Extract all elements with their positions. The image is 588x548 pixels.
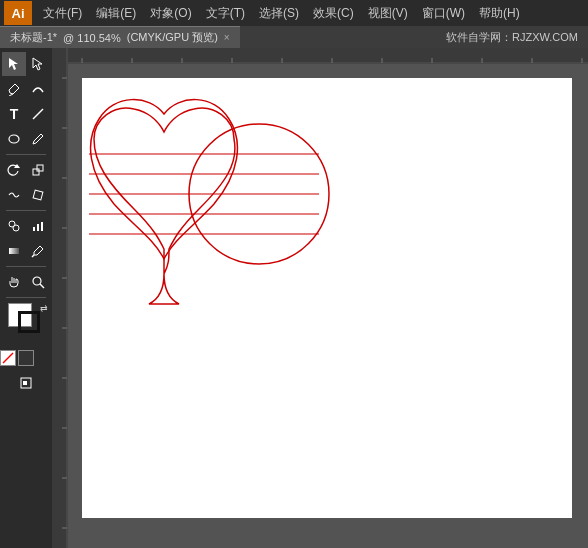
left-toolbar: T <box>0 48 52 548</box>
gradient-tool[interactable] <box>2 239 26 263</box>
select-tool[interactable] <box>2 52 26 76</box>
divider-1 <box>6 154 46 155</box>
tab-zoom: @ 110.54% <box>63 32 121 44</box>
direct-select-tool[interactable] <box>26 52 50 76</box>
svg-rect-6 <box>33 169 39 175</box>
tool-row-1 <box>2 52 50 76</box>
eyedropper-tool[interactable] <box>26 239 50 263</box>
svg-rect-11 <box>33 227 35 231</box>
tool-row-4 <box>2 127 50 151</box>
shape-builder-tool[interactable] <box>2 214 26 238</box>
pen-tool[interactable] <box>2 77 26 101</box>
spacer <box>36 350 52 366</box>
color-swatches: ⇄ <box>2 303 50 347</box>
svg-line-18 <box>3 353 13 363</box>
document-tab[interactable]: 未标题-1* @ 110.54% (CMYK/GPU 预览) × <box>0 26 240 48</box>
menu-effect[interactable]: 效果(C) <box>306 3 361 24</box>
menu-object[interactable]: 对象(O) <box>143 3 198 24</box>
tab-title: 未标题-1* <box>10 30 57 45</box>
svg-rect-7 <box>37 165 43 171</box>
svg-point-16 <box>33 277 41 285</box>
no-fill-icon[interactable] <box>0 350 16 366</box>
divider-2 <box>6 210 46 211</box>
svg-point-4 <box>9 135 19 143</box>
menu-edit[interactable]: 编辑(E) <box>89 3 143 24</box>
tool-row-6 <box>2 183 50 207</box>
menu-text[interactable]: 文字(T) <box>199 3 252 24</box>
divider-3 <box>6 266 46 267</box>
svg-marker-1 <box>33 58 42 70</box>
ellipse-tool[interactable] <box>2 127 26 151</box>
paintbrush-tool[interactable] <box>26 127 50 151</box>
svg-line-17 <box>40 284 44 288</box>
artwork-group <box>89 100 329 304</box>
tool-row-3: T <box>2 102 50 126</box>
stroke-color[interactable] <box>18 311 40 333</box>
tab-mode: (CMYK/GPU 预览) <box>127 30 218 45</box>
tool-row-8 <box>2 239 50 263</box>
tab-close-button[interactable]: × <box>224 32 230 43</box>
curvature-tool[interactable] <box>26 77 50 101</box>
scale-tool[interactable] <box>26 158 50 182</box>
graph-tool[interactable] <box>26 214 50 238</box>
svg-rect-14 <box>9 248 19 254</box>
menu-help[interactable]: 帮助(H) <box>472 3 527 24</box>
drawing-layer <box>52 48 588 548</box>
zoom-tool[interactable] <box>26 270 50 294</box>
line-tool[interactable] <box>26 102 50 126</box>
canvas-area[interactable] <box>52 48 588 548</box>
menu-window[interactable]: 窗口(W) <box>415 3 472 24</box>
svg-rect-8 <box>33 190 43 200</box>
tool-row-7 <box>2 214 50 238</box>
warp-tool[interactable] <box>2 183 26 207</box>
tool-row-9 <box>2 270 50 294</box>
svg-rect-12 <box>37 224 39 231</box>
apple-body <box>91 100 238 259</box>
menu-file[interactable]: 文件(F) <box>36 3 89 24</box>
menu-view[interactable]: 视图(V) <box>361 3 415 24</box>
svg-marker-0 <box>9 58 18 70</box>
tab-bar: 未标题-1* @ 110.54% (CMYK/GPU 预览) × 软件自学网：R… <box>0 26 588 48</box>
type-tool[interactable]: T <box>2 102 26 126</box>
tool-row-5 <box>2 158 50 182</box>
rotate-tool[interactable] <box>2 158 26 182</box>
hand-tool[interactable] <box>2 270 26 294</box>
svg-line-3 <box>33 109 43 119</box>
menu-items: 文件(F) 编辑(E) 对象(O) 文字(T) 选择(S) 效果(C) 视图(V… <box>36 3 527 24</box>
color-mode-row <box>0 350 56 366</box>
tool-row-2 <box>2 77 50 101</box>
color-swatch-black[interactable] <box>18 350 34 366</box>
svg-rect-20 <box>23 381 27 385</box>
divider-4 <box>6 297 46 298</box>
svg-point-10 <box>13 225 19 231</box>
menu-bar: Ai 文件(F) 编辑(E) 对象(O) 文字(T) 选择(S) 效果(C) 视… <box>0 0 588 26</box>
ai-logo: Ai <box>4 1 32 25</box>
swap-colors-icon[interactable]: ⇄ <box>40 303 48 313</box>
site-info: 软件自学网：RJZXW.COM <box>446 30 588 45</box>
svg-line-15 <box>32 255 34 257</box>
svg-line-2 <box>9 94 13 96</box>
change-screen-mode[interactable] <box>14 371 38 395</box>
main-area: T <box>0 48 588 548</box>
svg-rect-13 <box>41 222 43 231</box>
bottom-tools <box>14 371 38 395</box>
menu-select[interactable]: 选择(S) <box>252 3 306 24</box>
free-transform-tool[interactable] <box>26 183 50 207</box>
